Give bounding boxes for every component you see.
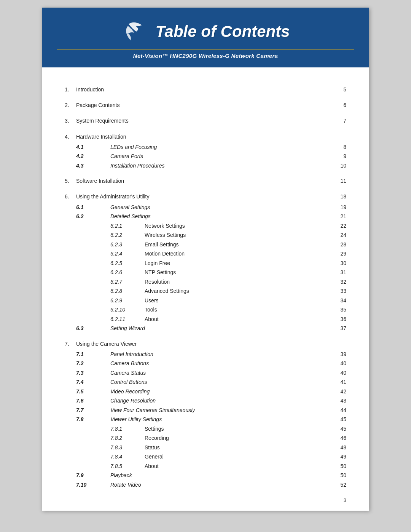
sub-page: 44 xyxy=(335,406,346,415)
sub-sub-label: General xyxy=(145,452,335,462)
sub-label: General Settings xyxy=(110,203,335,212)
sub-sub-entry-7-8-4: 7.8.4 General 49 xyxy=(110,452,346,462)
sub-page: 45 xyxy=(335,415,346,424)
sub-entry-6-3: 6.3 Setting Wizard 37 xyxy=(76,324,346,333)
sub-sub-label: Resolution xyxy=(145,277,335,287)
sub-label: Panel Introduction xyxy=(110,350,335,359)
sub-sub-label: Users xyxy=(145,296,335,305)
sub-sub-label: Email Settings xyxy=(145,240,335,249)
sub-sub-label: About xyxy=(145,315,335,324)
sub-number: 6.2 xyxy=(76,212,110,221)
sub-label: Detailed Settings xyxy=(110,212,335,221)
sub-sub-entry-6-2-8: 6.2.8 Advanced Settings 33 xyxy=(110,286,346,296)
sub-page: 21 xyxy=(335,212,346,221)
toc-entry-2: 2. Package Contents 6 xyxy=(65,101,346,110)
sub-sub-entry-6-2-6: 6.2.6 NTP Settings 31 xyxy=(110,268,346,277)
sub-number: 7.7 xyxy=(76,406,110,415)
sub-sub-label: Tools xyxy=(145,305,335,315)
sub-sub-entry-6-2-9: 6.2.9 Users 34 xyxy=(110,296,346,305)
sub-label: Installation Procedures xyxy=(110,161,335,171)
sub-label: Camera Ports xyxy=(110,152,335,161)
section-label: Hardware Installation xyxy=(76,132,335,142)
sub-label: Camera Status xyxy=(110,368,335,378)
sub-entries-6: 6.1 General Settings 19 6.2 Detailed Set… xyxy=(65,203,346,333)
sub-number: 6.3 xyxy=(76,324,110,333)
sub-number: 7.3 xyxy=(76,368,110,378)
sub-sub-number: 6.2.11 xyxy=(110,315,145,324)
sub-sub-entry-7-8-1: 7.8.1 Settings 45 xyxy=(110,424,346,434)
sub-sub-label: Advanced Settings xyxy=(145,286,335,296)
sub-number: 7.1 xyxy=(76,350,110,359)
sub-sub-page: 46 xyxy=(335,433,346,443)
sub-sub-entry-6-2-10: 6.2.10 Tools 35 xyxy=(110,305,346,315)
sub-entries-4: 4.1 LEDs and Focusing 8 4.2 Camera Ports… xyxy=(65,142,346,171)
sub-sub-entry-6-2-5: 6.2.5 Login Free 30 xyxy=(110,259,346,268)
sub-sub-page: 36 xyxy=(335,315,346,324)
sub-entry-6-2: 6.2 Detailed Settings 21 xyxy=(76,212,346,221)
sub-sub-number: 6.2.1 xyxy=(110,221,145,231)
sub-number: 4.3 xyxy=(76,161,110,171)
sub-entry-7-5: 7.5 Video Recording 42 xyxy=(76,387,346,396)
sub-entry-7-9: 7.9 Playback 50 xyxy=(76,471,346,480)
sub-entry-7-2: 7.2 Camera Buttons 40 xyxy=(76,359,346,368)
sub-sub-page: 28 xyxy=(335,240,346,249)
sub-sub-number: 6.2.2 xyxy=(110,230,145,240)
sub-sub-entries-6-2: 6.2.1 Network Settings 22 6.2.2 Wireless… xyxy=(76,221,346,324)
header-banner: Table of Contents Net-Vision™ HNC290G Wi… xyxy=(42,8,369,67)
sub-sub-entry-6-2-2: 6.2.2 Wireless Settings 24 xyxy=(110,230,346,240)
sub-sub-entry-7-8-3: 7.8.3 Status 48 xyxy=(110,443,346,452)
sub-number: 7.4 xyxy=(76,377,110,387)
sub-sub-page: 31 xyxy=(335,268,346,277)
section-number: 2. xyxy=(65,101,76,110)
sub-sub-label: NTP Settings xyxy=(145,268,335,277)
sub-sub-page: 32 xyxy=(335,277,346,287)
sub-number: 7.2 xyxy=(76,359,110,368)
sub-sub-number: 7.8.5 xyxy=(110,462,145,471)
toc-section-4: 4. Hardware Installation 4.1 LEDs and Fo… xyxy=(65,132,346,171)
toc-section-3: 3. System Requirements 7 xyxy=(65,116,346,126)
sub-entry-4-3: 4.3 Installation Procedures 10 xyxy=(76,161,346,171)
sub-number: 7.6 xyxy=(76,396,110,406)
sub-page: 43 xyxy=(335,396,346,406)
sub-page: 40 xyxy=(335,368,346,378)
section-label: Using the Camera Viewer xyxy=(76,339,335,349)
sub-label: Camera Buttons xyxy=(110,359,335,368)
sub-number: 7.8 xyxy=(76,415,110,424)
sub-label: LEDs and Focusing xyxy=(110,142,335,152)
sub-label: Change Resolution xyxy=(110,396,335,406)
sub-sub-page: 49 xyxy=(335,452,346,462)
sub-sub-label: Login Free xyxy=(145,259,335,268)
sub-sub-number: 6.2.9 xyxy=(110,296,145,305)
sub-sub-number: 6.2.4 xyxy=(110,249,145,259)
section-number: 5. xyxy=(65,176,76,186)
section-page: 18 xyxy=(335,192,346,201)
subtitle: Net-Vision™ HNC290G Wireless-G Network C… xyxy=(133,53,278,59)
sub-sub-label: Wireless Settings xyxy=(145,230,335,240)
logo-icon xyxy=(121,18,148,45)
sub-sub-number: 6.2.6 xyxy=(110,268,145,277)
sub-sub-page: 45 xyxy=(335,424,346,434)
sub-label: Rotate Video xyxy=(110,480,335,490)
sub-entry-7-7: 7.7 View Four Cameras Simultaneously 44 xyxy=(76,406,346,415)
sub-entry-4-1: 4.1 LEDs and Focusing 8 xyxy=(76,142,346,152)
sub-page: 8 xyxy=(335,142,346,152)
sub-entry-7-8: 7.8 Viewer Utility Settings 45 xyxy=(76,415,346,424)
sub-number: 7.9 xyxy=(76,471,110,480)
sub-sub-number: 6.2.7 xyxy=(110,277,145,287)
sub-page: 19 xyxy=(335,203,346,212)
sub-sub-number: 6.2.5 xyxy=(110,259,145,268)
sub-sub-page: 33 xyxy=(335,286,346,296)
header-top: Table of Contents xyxy=(121,18,290,45)
sub-label: Setting Wizard xyxy=(110,324,335,333)
page-number: 3 xyxy=(344,497,346,503)
toc-section-2: 2. Package Contents 6 xyxy=(65,101,346,110)
section-page: 6 xyxy=(335,101,346,110)
sub-sub-entry-6-2-11: 6.2.11 About 36 xyxy=(110,315,346,324)
section-page: 11 xyxy=(335,176,346,186)
sub-sub-label: Network Settings xyxy=(145,221,335,231)
sub-sub-label: About xyxy=(145,462,335,471)
sub-label: Viewer Utility Settings xyxy=(110,415,335,424)
sub-label: Playback xyxy=(110,471,335,480)
section-label: Software Installation xyxy=(76,176,335,186)
sub-page: 39 xyxy=(335,350,346,359)
